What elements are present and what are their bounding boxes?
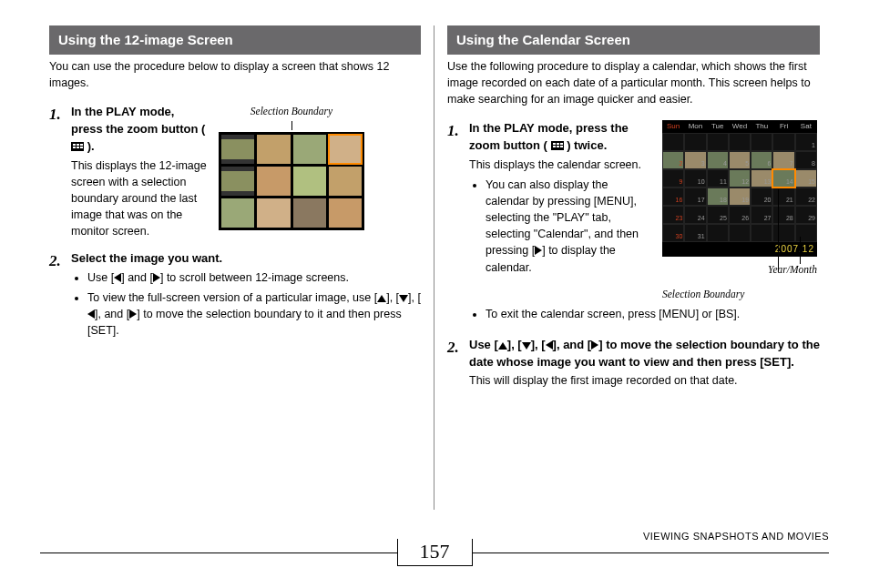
calendar-cell: 20 bbox=[751, 188, 772, 206]
calendar-year-month: 2007.12 bbox=[662, 242, 817, 258]
calendar-cell bbox=[729, 224, 751, 242]
step-2: 2. Use [], [], [], and [] to move the se… bbox=[447, 337, 820, 390]
section-header-calendar: Using the Calendar Screen bbox=[447, 25, 820, 55]
list-item: To exit the calendar screen, press [MENU… bbox=[486, 306, 820, 322]
right-column: Using the Calendar Screen Use the follow… bbox=[434, 25, 829, 510]
calendar-cell: 15 bbox=[795, 169, 817, 188]
calendar-cell: 28 bbox=[772, 206, 794, 224]
text: ], [ bbox=[507, 338, 522, 351]
thumb-cell bbox=[329, 198, 362, 228]
calendar-day-header: Sat bbox=[795, 120, 817, 133]
calendar-cell: 1 bbox=[795, 133, 817, 151]
up-arrow-icon bbox=[377, 295, 386, 302]
right-arrow-icon bbox=[591, 340, 598, 350]
thumb-cell bbox=[257, 198, 290, 228]
thumb-cell bbox=[221, 135, 254, 164]
calendar-cell: 24 bbox=[684, 206, 706, 224]
step-title: In the PLAY mode, press the zoom button … bbox=[469, 120, 651, 155]
calendar-cell-selected: 14 bbox=[772, 169, 794, 188]
calendar-cell: 10 bbox=[684, 169, 706, 188]
list-item: You can also display the calendar by pre… bbox=[486, 177, 651, 276]
callout-line bbox=[800, 237, 801, 264]
calendar-cell: 30 bbox=[662, 224, 684, 242]
step-title: Use [], [], [], and [] to move the selec… bbox=[469, 337, 820, 371]
text: Use [ bbox=[469, 338, 498, 351]
footer-rule bbox=[40, 553, 397, 553]
down-arrow-icon bbox=[399, 295, 408, 302]
calendar-cell: 9 bbox=[662, 169, 684, 188]
calendar-body: 1234567891011121314151617181920212223242… bbox=[662, 133, 817, 242]
calendar-cell bbox=[772, 224, 794, 242]
calendar-screen: SunMonTueWedThuFriSat 123456789101112131… bbox=[662, 120, 817, 257]
text: ], [ bbox=[386, 291, 399, 304]
step-title: In the PLAY mode, press the zoom button … bbox=[71, 104, 208, 156]
left-arrow-icon bbox=[87, 309, 95, 319]
calendar-cell: 4 bbox=[707, 151, 729, 169]
up-arrow-icon bbox=[498, 342, 507, 350]
text: ], [ bbox=[408, 291, 421, 304]
section-header-12image: Using the 12-image Screen bbox=[49, 25, 421, 55]
step-1: 1. In the PLAY mode, press the zoom butt… bbox=[49, 104, 421, 239]
calendar-cell: 26 bbox=[729, 206, 751, 224]
calendar-cell bbox=[772, 133, 794, 151]
page-footer: 157 bbox=[0, 539, 869, 566]
caption-selection-boundary: Selection Boundary bbox=[662, 287, 817, 302]
figure-12image: Selection Boundary bbox=[219, 104, 364, 230]
text: To view the full-screen version of a par… bbox=[87, 291, 377, 304]
calendar-cell bbox=[729, 133, 751, 151]
calendar-cell: 31 bbox=[684, 224, 706, 242]
calendar-cell: 12 bbox=[729, 169, 751, 188]
left-column: Using the 12-image Screen You can use th… bbox=[40, 25, 434, 510]
thumb-cell bbox=[329, 167, 362, 196]
calendar-day-header: Thu bbox=[751, 120, 772, 133]
thumb-grid bbox=[219, 132, 364, 230]
calendar-cell bbox=[662, 133, 684, 151]
calendar-cell: 27 bbox=[751, 206, 772, 224]
intro-text: Use the following procedure to display a… bbox=[447, 58, 820, 107]
calendar-cell: 19 bbox=[729, 188, 751, 206]
calendar-cell: 29 bbox=[795, 206, 817, 224]
calendar-cell: 13 bbox=[751, 169, 772, 188]
calendar-cell bbox=[795, 224, 817, 242]
step-title-a: In the PLAY mode, press the zoom button … bbox=[71, 105, 205, 136]
step-2: 2. Select the image you want. Use [] and… bbox=[49, 250, 421, 342]
intro-text: You can use the procedure below to displ… bbox=[49, 58, 421, 91]
calendar-cell: 22 bbox=[795, 188, 817, 206]
right-arrow-icon bbox=[535, 246, 542, 255]
calendar-day-header: Wed bbox=[729, 120, 751, 133]
down-arrow-icon bbox=[522, 342, 531, 350]
step-title-b: ) twice. bbox=[567, 138, 607, 152]
calendar-day-header: Tue bbox=[707, 120, 729, 133]
calendar-cell: 11 bbox=[707, 169, 729, 188]
calendar-cell: 21 bbox=[772, 188, 794, 206]
text: ], and [ bbox=[95, 308, 129, 320]
left-arrow-icon bbox=[114, 273, 121, 282]
calendar-cell: 2 bbox=[662, 151, 684, 169]
thumb-cell bbox=[293, 198, 326, 228]
calendar-cell: 23 bbox=[662, 206, 684, 224]
thumb-cell bbox=[257, 135, 290, 164]
thumb-cell bbox=[293, 167, 326, 196]
step-title: Select the image you want. bbox=[71, 250, 421, 268]
step-number: 2. bbox=[49, 250, 66, 342]
page-content: Using the 12-image Screen You can use th… bbox=[0, 0, 869, 510]
bullet-list: Use [] and [] to scroll between 12-image… bbox=[71, 269, 421, 340]
text: ] and [ bbox=[121, 271, 153, 284]
right-arrow-icon bbox=[153, 273, 160, 282]
thumb-cell-selected bbox=[329, 135, 362, 164]
caption-selection-boundary: Selection Boundary bbox=[219, 104, 364, 119]
page-number: 157 bbox=[397, 539, 473, 566]
step-number: 1. bbox=[49, 104, 66, 239]
calendar-day-header: Fri bbox=[772, 120, 794, 133]
caption-year-month: Year/Month bbox=[662, 262, 817, 278]
calendar-cell: 5 bbox=[729, 151, 751, 169]
list-item: Use [] and [] to scroll between 12-image… bbox=[87, 269, 421, 286]
calendar-cell bbox=[707, 133, 729, 151]
text: Use [ bbox=[87, 271, 114, 284]
step-1: 1. In the PLAY mode, press the zoom butt… bbox=[447, 120, 820, 326]
calendar-cell: 16 bbox=[662, 188, 684, 206]
calendar-cell bbox=[751, 224, 772, 242]
calendar-cell: 3 bbox=[684, 151, 706, 169]
zoom-out-grid-icon bbox=[71, 142, 84, 151]
calendar-cell: 18 bbox=[707, 188, 729, 206]
